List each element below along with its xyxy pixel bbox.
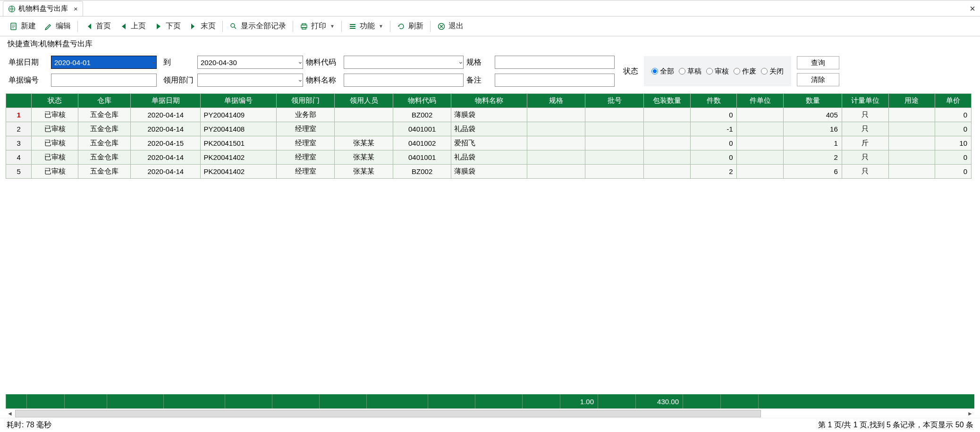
status-radio-关闭[interactable]: 关闭 bbox=[761, 67, 784, 76]
cell-date[interactable]: 2020-04-14 bbox=[131, 108, 201, 122]
cell-pkgqty[interactable] bbox=[643, 165, 690, 179]
cell-spec[interactable] bbox=[527, 136, 585, 150]
status-radio-草稿[interactable]: 草稿 bbox=[679, 67, 701, 76]
cell-date[interactable]: 2020-04-14 bbox=[131, 165, 201, 179]
show-all-button[interactable]: 显示全部记录 bbox=[226, 19, 290, 33]
cell-pkgqty[interactable] bbox=[643, 122, 690, 136]
cell-status[interactable]: 已审核 bbox=[32, 165, 78, 179]
cell-price[interactable]: 0 bbox=[935, 165, 972, 179]
horizontal-scrollbar[interactable]: ◄ ► bbox=[6, 408, 974, 418]
cell-pkgqty[interactable] bbox=[643, 136, 690, 150]
clear-button[interactable]: 清除 bbox=[797, 73, 839, 86]
mat-name-input[interactable] bbox=[344, 74, 464, 87]
status-radio-全部[interactable]: 全部 bbox=[651, 67, 674, 76]
cell-dept[interactable]: 经理室 bbox=[276, 165, 334, 179]
cell-qty[interactable]: 405 bbox=[784, 108, 842, 122]
first-page-button[interactable]: 首页 bbox=[81, 19, 115, 33]
cell-batch[interactable] bbox=[585, 136, 643, 150]
data-grid[interactable]: 状态仓库单据日期单据编号领用部门领用人员物料代码物料名称规格批号包装数量件数件单… bbox=[0, 93, 980, 394]
cell-code[interactable]: 0401001 bbox=[393, 122, 451, 136]
cell-status[interactable]: 已审核 bbox=[32, 150, 78, 165]
print-button[interactable]: 打印 ▼ bbox=[296, 19, 338, 33]
cell-code[interactable]: 0401002 bbox=[393, 136, 451, 150]
date-to-input[interactable] bbox=[197, 56, 303, 69]
cell-code[interactable]: 0401001 bbox=[393, 150, 451, 165]
column-header[interactable]: 规格 bbox=[527, 94, 585, 108]
cell-status[interactable]: 已审核 bbox=[32, 136, 78, 150]
cell-qty[interactable]: 2 bbox=[784, 150, 842, 165]
cell-docno[interactable]: PK20041402 bbox=[201, 150, 277, 165]
column-header[interactable]: 件数 bbox=[690, 94, 737, 108]
cell-docno[interactable]: PY20041409 bbox=[201, 108, 277, 122]
cell-qty[interactable]: 1 bbox=[784, 136, 842, 150]
cell-use[interactable] bbox=[888, 165, 935, 179]
cell-person[interactable] bbox=[335, 108, 393, 122]
cell-price[interactable]: 10 bbox=[935, 136, 972, 150]
mat-code-input[interactable] bbox=[344, 56, 464, 69]
cell-pcs[interactable]: -1 bbox=[690, 122, 737, 136]
cell-unit[interactable]: 只 bbox=[842, 108, 888, 122]
cell-name[interactable]: 礼品袋 bbox=[451, 122, 527, 136]
column-header[interactable]: 件单位 bbox=[737, 94, 784, 108]
cell-use[interactable] bbox=[888, 150, 935, 165]
cell-dept[interactable]: 经理室 bbox=[276, 122, 334, 136]
cell-wh[interactable]: 五金仓库 bbox=[78, 136, 131, 150]
scroll-thumb[interactable] bbox=[15, 410, 761, 417]
cell-price[interactable]: 0 bbox=[935, 122, 972, 136]
cell-dept[interactable]: 业务部 bbox=[276, 108, 334, 122]
window-close-icon[interactable]: × bbox=[970, 3, 975, 14]
docno-input[interactable] bbox=[51, 74, 157, 87]
cell-status[interactable]: 已审核 bbox=[32, 108, 78, 122]
cell-pkgqty[interactable] bbox=[643, 108, 690, 122]
cell-use[interactable] bbox=[888, 136, 935, 150]
cell-wh[interactable]: 五金仓库 bbox=[78, 108, 131, 122]
column-header[interactable]: 计量单位 bbox=[842, 94, 888, 108]
cell-price[interactable]: 0 bbox=[935, 108, 972, 122]
cell-person[interactable]: 张某某 bbox=[335, 136, 393, 150]
cell-pcs[interactable]: 0 bbox=[690, 136, 737, 150]
column-header[interactable]: 单价 bbox=[935, 94, 972, 108]
status-radio-审核[interactable]: 审核 bbox=[706, 67, 729, 76]
function-button[interactable]: 功能 ▼ bbox=[345, 19, 387, 33]
column-header[interactable]: 物料名称 bbox=[451, 94, 527, 108]
column-header[interactable]: 单据日期 bbox=[131, 94, 201, 108]
table-row[interactable]: 1已审核五金仓库2020-04-14PY20041409业务部BZ002薄膜袋0… bbox=[6, 108, 972, 122]
cell-price[interactable]: 0 bbox=[935, 150, 972, 165]
refresh-button[interactable]: 刷新 bbox=[393, 19, 427, 33]
cell-name[interactable]: 薄膜袋 bbox=[451, 108, 527, 122]
cell-name[interactable]: 爱招飞 bbox=[451, 136, 527, 150]
spec-input[interactable] bbox=[495, 56, 615, 69]
scroll-right-icon[interactable]: ► bbox=[966, 410, 974, 417]
cell-pcs[interactable]: 0 bbox=[690, 150, 737, 165]
last-page-button[interactable]: 末页 bbox=[186, 19, 220, 33]
row-index[interactable]: 2 bbox=[6, 122, 32, 136]
cell-batch[interactable] bbox=[585, 108, 643, 122]
cell-pcsunit[interactable] bbox=[737, 122, 784, 136]
dept-input[interactable] bbox=[197, 74, 303, 87]
cell-docno[interactable]: PY20041408 bbox=[201, 122, 277, 136]
cell-pcsunit[interactable] bbox=[737, 108, 784, 122]
table-row[interactable]: 2已审核五金仓库2020-04-14PY20041408经理室0401001礼品… bbox=[6, 122, 972, 136]
cell-unit[interactable]: 只 bbox=[842, 150, 888, 165]
cell-person[interactable] bbox=[335, 122, 393, 136]
tab-close-icon[interactable]: × bbox=[74, 5, 78, 13]
cell-use[interactable] bbox=[888, 122, 935, 136]
column-header[interactable]: 数量 bbox=[784, 94, 842, 108]
new-button[interactable]: 新建 bbox=[6, 19, 40, 33]
cell-qty[interactable]: 16 bbox=[784, 122, 842, 136]
cell-code[interactable]: BZ002 bbox=[393, 165, 451, 179]
row-index[interactable]: 4 bbox=[6, 150, 32, 165]
column-header[interactable]: 物料代码 bbox=[393, 94, 451, 108]
cell-wh[interactable]: 五金仓库 bbox=[78, 150, 131, 165]
remark-input[interactable] bbox=[495, 74, 615, 87]
cell-pcsunit[interactable] bbox=[737, 165, 784, 179]
date-from-input[interactable] bbox=[51, 56, 157, 69]
status-radio-作废[interactable]: 作废 bbox=[734, 67, 756, 76]
cell-dept[interactable]: 经理室 bbox=[276, 150, 334, 165]
cell-status[interactable]: 已审核 bbox=[32, 122, 78, 136]
cell-unit[interactable]: 只 bbox=[842, 122, 888, 136]
cell-pcsunit[interactable] bbox=[737, 136, 784, 150]
scroll-left-icon[interactable]: ◄ bbox=[6, 410, 14, 417]
cell-qty[interactable]: 6 bbox=[784, 165, 842, 179]
cell-pcsunit[interactable] bbox=[737, 150, 784, 165]
